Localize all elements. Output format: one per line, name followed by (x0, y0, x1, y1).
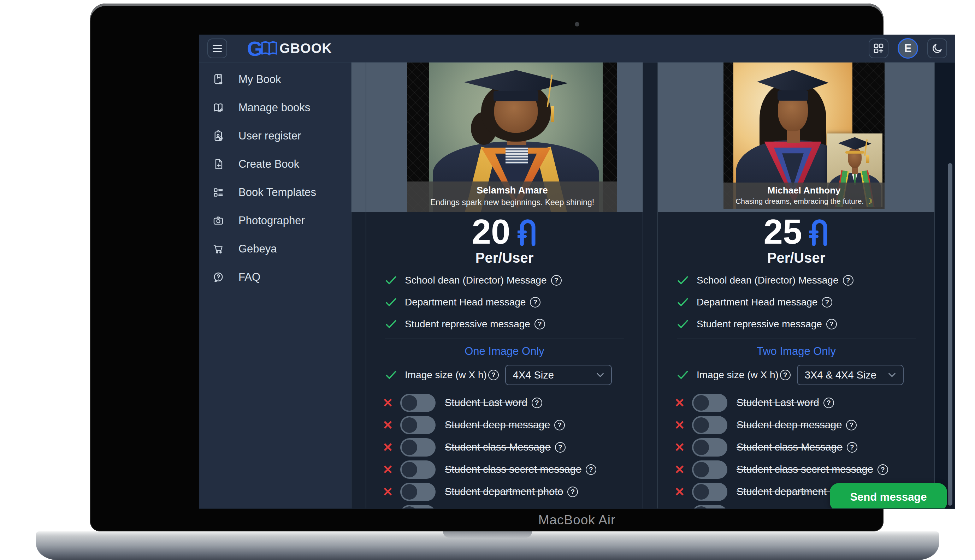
feature-toggle[interactable] (400, 394, 436, 412)
check-icon (677, 274, 689, 287)
image-size-label: Image size (w X h) (405, 369, 487, 381)
x-icon: ✕ (674, 418, 688, 432)
send-message-button[interactable]: Send message (830, 483, 947, 508)
feature-row: Student repressive message ? (677, 313, 934, 335)
question-circle-icon[interactable]: ? (847, 442, 857, 453)
chevron-down-icon (596, 373, 604, 377)
feature-list: School dean (Director) Message ? Departm… (677, 269, 934, 335)
toggle-knob (693, 417, 709, 433)
photo-caption: Selamsh Amare Endings spark new beginnin… (407, 182, 617, 212)
question-circle-icon[interactable]: ? (530, 297, 541, 308)
x-icon: ✕ (674, 507, 688, 509)
feature-toggle[interactable] (400, 416, 436, 434)
sidebar-item-label: User register (239, 130, 301, 142)
toggle-row: ✕ Student class photo ? (382, 503, 643, 508)
webcam-dot (575, 22, 579, 27)
feature-toggle[interactable] (692, 394, 727, 412)
user-avatar[interactable]: E (898, 38, 918, 58)
graduate-quote: Endings spark new beginnings. Keep shini… (410, 198, 614, 207)
image-size-select[interactable]: 3X4 & 4X4 Size (797, 365, 904, 385)
template-list-icon (212, 187, 224, 198)
feature-toggle[interactable] (692, 505, 727, 509)
sidebar-item-user-register[interactable]: User register (199, 122, 351, 150)
app-body: My Book Manage books (199, 62, 955, 508)
hamburger-menu-button[interactable] (207, 38, 227, 58)
sidebar-item-my-book[interactable]: My Book (199, 65, 351, 93)
x-icon: ✕ (674, 440, 688, 455)
image-count-link[interactable]: One Image Only (366, 345, 643, 358)
scrollbar-track (935, 62, 955, 508)
disabled-feature-label: Student Last word (736, 397, 819, 408)
question-circle-icon[interactable]: ? (878, 464, 888, 475)
image-count-link[interactable]: Two Image Only (658, 345, 934, 358)
apps-grid-button[interactable] (869, 38, 888, 58)
disabled-feature-label: Student deep message (445, 419, 550, 431)
app-window: G GBOOK E (199, 35, 955, 509)
section-divider (385, 338, 624, 339)
toggle-knob (693, 484, 709, 500)
toggle-row: ✕ Student Last word ? (382, 392, 643, 414)
toggle-knob (402, 440, 417, 455)
pricing-content: Selamsh Amare Endings spark new beginnin… (352, 62, 955, 508)
feature-toggle[interactable] (692, 460, 727, 479)
feature-toggle[interactable] (692, 438, 727, 457)
toggle-row: ✕ Student class Message ? (674, 436, 934, 458)
disabled-feature-label: Student class secret message (445, 463, 581, 475)
top-navbar: G GBOOK E (199, 35, 955, 62)
cap-band-shape (494, 91, 539, 101)
avatar-initial: E (904, 42, 912, 55)
question-circle-icon[interactable]: ? (826, 319, 837, 330)
clipboard-user-icon (212, 130, 224, 142)
question-circle-icon[interactable]: ? (823, 398, 834, 408)
theme-toggle-button[interactable] (927, 38, 947, 58)
question-circle-icon[interactable]: ? (554, 420, 565, 430)
feature-label: Student repressive message (697, 318, 822, 330)
question-circle-icon[interactable]: ? (846, 420, 856, 430)
x-icon: ✕ (674, 463, 688, 477)
question-circle-icon[interactable]: ? (534, 319, 545, 330)
question-circle-icon[interactable]: ? (843, 275, 853, 286)
question-circle-icon[interactable]: ? (780, 370, 791, 380)
brand-logo[interactable]: G GBOOK (247, 37, 332, 60)
sidebar-item-faq[interactable]: FAQ (199, 263, 351, 291)
question-circle-icon[interactable]: ? (567, 487, 578, 497)
feature-toggle[interactable] (692, 483, 727, 501)
sidebar-item-gebeya[interactable]: Gebeya (199, 235, 351, 263)
price: 20 (366, 215, 643, 248)
feature-toggle[interactable] (400, 438, 436, 457)
brand-name: GBOOK (279, 41, 332, 56)
disabled-feature-label: Student class photo (736, 508, 826, 508)
sidebar-item-label: FAQ (239, 271, 260, 283)
sidebar-item-book-templates[interactable]: Book Templates (199, 178, 351, 207)
cap-band-shape (845, 151, 864, 153)
x-icon: ✕ (382, 463, 396, 477)
question-circle-icon[interactable]: ? (555, 442, 566, 453)
scrollbar-thumb[interactable] (948, 163, 952, 506)
question-circle-icon[interactable]: ? (822, 297, 832, 308)
check-icon (385, 274, 397, 287)
feature-label: Student repressive message (405, 318, 530, 330)
feature-toggle[interactable] (400, 483, 436, 501)
sidebar-item-create-book[interactable]: Create Book (199, 150, 351, 178)
disabled-feature-label: Student class secret message (736, 463, 873, 475)
cap-band-shape (778, 90, 809, 101)
feature-row: Department Head message ? (677, 291, 934, 313)
section-divider (677, 338, 916, 339)
feature-toggle[interactable] (400, 505, 436, 509)
sidebar-item-photographer[interactable]: Photographer (199, 207, 351, 235)
crescent-moon-icon: ☽ (866, 197, 873, 205)
question-circle-icon[interactable]: ? (551, 275, 562, 286)
question-circle-icon[interactable]: ? (488, 370, 499, 380)
feature-toggle[interactable] (692, 416, 727, 434)
image-size-label: Image size (w X h) (697, 369, 779, 381)
ethiopian-birr-symbol (809, 218, 829, 246)
x-icon: ✕ (382, 440, 396, 455)
question-circle-icon[interactable]: ? (532, 398, 542, 408)
sidebar-item-manage-books[interactable]: Manage books (199, 93, 351, 122)
question-circle-icon[interactable]: ? (586, 464, 596, 475)
feature-toggle[interactable] (400, 460, 436, 479)
feature-label: Department Head message (405, 297, 526, 308)
image-size-select[interactable]: 4X4 Size (505, 365, 612, 385)
x-icon: ✕ (674, 396, 688, 410)
per-user-label: Per/User (658, 250, 934, 266)
